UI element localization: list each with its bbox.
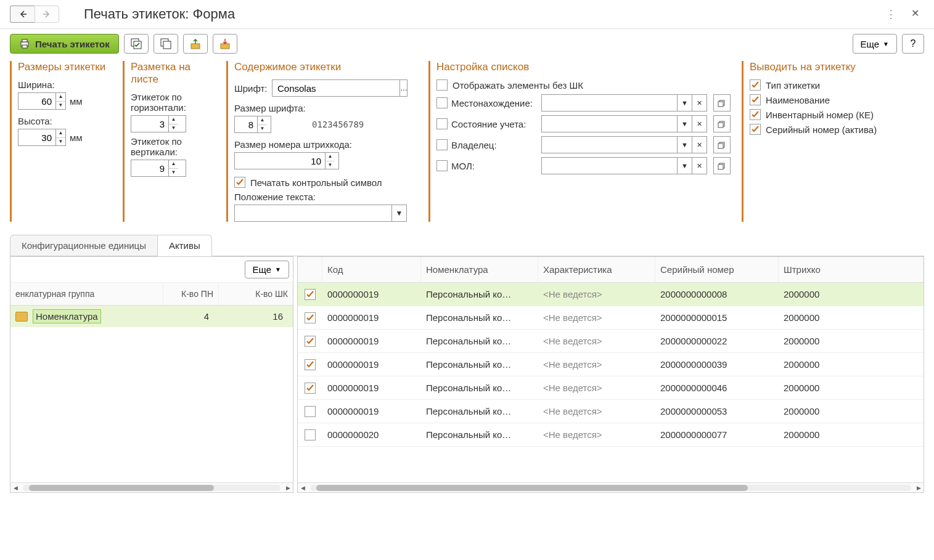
chevron-down-icon[interactable]: ▼ bbox=[391, 205, 406, 221]
owner-input[interactable]: ▼ ✕ bbox=[541, 136, 707, 153]
scroll-left-icon[interactable]: ◀ bbox=[10, 483, 20, 493]
vert-input[interactable]: ▲▼ bbox=[131, 160, 186, 177]
forward-button[interactable] bbox=[35, 6, 59, 23]
location-field[interactable] bbox=[542, 95, 677, 111]
scroll-left-icon[interactable]: ◀ bbox=[298, 483, 308, 493]
table-row[interactable]: 0000000019 Персональный ко… <Не ведется>… bbox=[298, 400, 924, 423]
tab-assets[interactable]: Активы bbox=[158, 235, 212, 256]
table-row[interactable]: 0000000019 Персональный ко… <Не ведется>… bbox=[298, 283, 924, 306]
clear-icon[interactable]: ✕ bbox=[692, 137, 707, 153]
row-check[interactable] bbox=[305, 383, 316, 394]
expand-button[interactable] bbox=[713, 136, 731, 153]
scroll-right-icon[interactable]: ▶ bbox=[914, 483, 924, 493]
back-button[interactable] bbox=[10, 6, 35, 23]
table-row[interactable]: 0000000019 Персональный ко… <Не ведется>… bbox=[298, 376, 924, 400]
print-labels-button[interactable]: Печать этикеток bbox=[10, 34, 119, 54]
kebab-menu-icon[interactable]: ⋮ bbox=[880, 5, 901, 23]
more-menu-button[interactable]: Еще ▼ bbox=[853, 34, 897, 54]
row-check[interactable] bbox=[305, 336, 316, 347]
ellipsis-button[interactable]: … bbox=[399, 80, 408, 96]
expand-button[interactable] bbox=[713, 94, 731, 112]
status-input[interactable]: ▼ ✕ bbox=[541, 115, 707, 132]
location-input[interactable]: ▼ ✕ bbox=[541, 94, 707, 112]
grid-col-check[interactable] bbox=[298, 257, 322, 282]
owner-check[interactable] bbox=[436, 139, 448, 150]
row-check[interactable] bbox=[305, 429, 316, 440]
width-input[interactable]: ▲▼ bbox=[18, 92, 66, 110]
tree-col-bc[interactable]: К-во ШК bbox=[219, 283, 293, 305]
font-size-field[interactable] bbox=[235, 120, 257, 130]
horiz-spinner[interactable]: ▲▼ bbox=[168, 116, 178, 132]
owner-field[interactable] bbox=[542, 137, 677, 153]
horiz-field[interactable] bbox=[131, 119, 168, 129]
width-spinner[interactable]: ▲▼ bbox=[55, 93, 65, 109]
bc-size-input[interactable]: ▲▼ bbox=[234, 152, 339, 169]
scroll-right-icon[interactable]: ▶ bbox=[283, 483, 293, 493]
width-field[interactable] bbox=[18, 96, 55, 107]
row-check[interactable] bbox=[305, 406, 316, 417]
location-check[interactable] bbox=[436, 97, 448, 108]
tree-col-pn[interactable]: К-во ПН bbox=[163, 283, 219, 305]
left-more-button[interactable]: Еще ▼ bbox=[245, 261, 289, 278]
mol-input[interactable]: ▼ ✕ bbox=[541, 157, 707, 174]
row-check[interactable] bbox=[305, 312, 316, 323]
vert-spinner[interactable]: ▲▼ bbox=[168, 160, 178, 176]
font-size-spinner[interactable]: ▲▼ bbox=[257, 116, 267, 132]
grid-col-ser[interactable]: Серийный номер bbox=[655, 257, 779, 282]
grid-col-bc[interactable]: Штрихко bbox=[779, 257, 924, 282]
tab-config-units[interactable]: Конфигурационные единицы bbox=[10, 235, 158, 256]
uncheck-all-button[interactable] bbox=[154, 34, 178, 54]
mol-field[interactable] bbox=[542, 158, 677, 174]
font-field[interactable] bbox=[272, 80, 399, 96]
expand-button[interactable] bbox=[713, 157, 731, 174]
close-button[interactable]: ✕ bbox=[906, 5, 924, 23]
chevron-down-icon[interactable]: ▼ bbox=[677, 95, 692, 111]
height-field[interactable] bbox=[18, 132, 55, 143]
right-hscroll[interactable]: ◀ ▶ bbox=[298, 482, 924, 492]
grid-col-char[interactable]: Характеристика bbox=[538, 257, 655, 282]
status-field[interactable] bbox=[542, 116, 677, 132]
tree-col-group[interactable]: енклатурная группа bbox=[10, 283, 163, 305]
expand-button[interactable] bbox=[713, 115, 731, 132]
check-all-button[interactable] bbox=[124, 34, 149, 54]
control-char-check[interactable] bbox=[234, 177, 245, 188]
clear-icon[interactable]: ✕ bbox=[692, 116, 707, 132]
output-check-1[interactable] bbox=[750, 94, 761, 105]
left-hscroll[interactable]: ◀ ▶ bbox=[10, 482, 293, 492]
mol-check[interactable] bbox=[436, 160, 448, 171]
export-button[interactable] bbox=[183, 34, 208, 54]
settings-area: Размеры этикетки Ширина: ▲▼ мм Высота: ▲… bbox=[0, 59, 934, 228]
table-row[interactable]: 0000000019 Персональный ко… <Не ведется>… bbox=[298, 353, 924, 376]
bc-size-field[interactable] bbox=[235, 156, 325, 166]
output-check-3[interactable] bbox=[750, 124, 761, 135]
output-check-2[interactable] bbox=[750, 109, 761, 120]
chevron-down-icon[interactable]: ▼ bbox=[677, 158, 692, 174]
table-row[interactable]: 0000000019 Персональный ко… <Не ведется>… bbox=[298, 330, 924, 353]
table-row[interactable]: 0000000019 Персональный ко… <Не ведется>… bbox=[298, 306, 924, 330]
height-input[interactable]: ▲▼ bbox=[18, 129, 66, 146]
tree-row[interactable]: Номенклатура 4 16 bbox=[10, 306, 293, 327]
clear-icon[interactable]: ✕ bbox=[692, 95, 707, 111]
vert-field[interactable] bbox=[131, 163, 168, 174]
help-button[interactable]: ? bbox=[902, 34, 924, 54]
font-size-input[interactable]: ▲▼ bbox=[234, 116, 271, 133]
height-spinner[interactable]: ▲▼ bbox=[55, 129, 65, 145]
grid-col-nom[interactable]: Номенклатура bbox=[421, 257, 538, 282]
row-check[interactable] bbox=[305, 359, 316, 370]
row-check[interactable] bbox=[305, 289, 316, 300]
font-select[interactable]: … bbox=[272, 79, 408, 97]
clear-icon[interactable]: ✕ bbox=[692, 158, 707, 174]
import-button[interactable] bbox=[213, 34, 237, 54]
chevron-down-icon[interactable]: ▼ bbox=[677, 116, 692, 132]
cell-code: 0000000019 bbox=[322, 401, 421, 421]
status-check[interactable] bbox=[436, 118, 448, 129]
no-bc-check[interactable] bbox=[436, 79, 448, 91]
output-check-0[interactable] bbox=[750, 79, 761, 91]
text-pos-field[interactable] bbox=[235, 205, 391, 221]
horiz-input[interactable]: ▲▼ bbox=[131, 115, 186, 132]
grid-col-code[interactable]: Код bbox=[322, 257, 421, 282]
bc-size-spinner[interactable]: ▲▼ bbox=[325, 153, 335, 169]
table-row[interactable]: 0000000020 Персональный ко… <Не ведется>… bbox=[298, 423, 924, 447]
text-pos-select[interactable]: ▼ bbox=[234, 205, 407, 222]
chevron-down-icon[interactable]: ▼ bbox=[677, 137, 692, 153]
